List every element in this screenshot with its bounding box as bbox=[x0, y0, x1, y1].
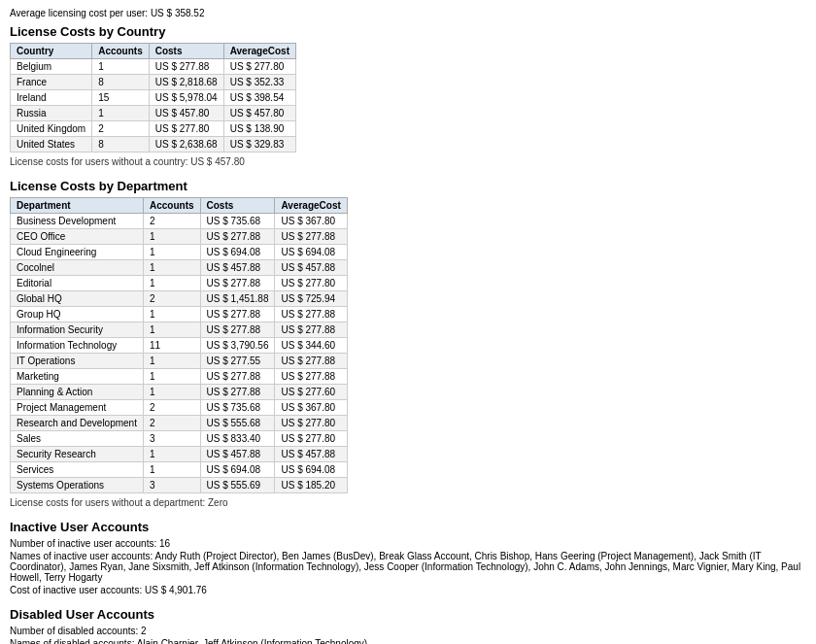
table-row: Ireland15US $ 5,978.04US $ 398.54 bbox=[11, 90, 296, 106]
table-cell: US $ 3,790.56 bbox=[200, 338, 275, 354]
dept-col-header: Department bbox=[11, 198, 144, 214]
table-cell: US $ 2,638.68 bbox=[149, 137, 223, 153]
table-cell: 2 bbox=[92, 121, 150, 137]
table-cell: US $ 277.88 bbox=[275, 322, 347, 338]
table-cell: US $ 735.68 bbox=[200, 400, 275, 416]
table-cell: Cocolnel bbox=[11, 260, 144, 276]
table-cell: Business Development bbox=[11, 214, 144, 229]
table-cell: US $ 694.08 bbox=[275, 462, 347, 478]
table-cell: 3 bbox=[143, 431, 200, 447]
table-row: Systems Operations3US $ 555.69US $ 185.2… bbox=[11, 478, 348, 493]
department-section-title: License Costs by Department bbox=[10, 179, 806, 193]
table-cell: US $ 398.54 bbox=[223, 90, 295, 106]
table-cell: Russia bbox=[11, 106, 92, 121]
table-cell: US $ 277.88 bbox=[275, 307, 347, 322]
table-cell: 2 bbox=[143, 400, 200, 416]
dept-col-header: AverageCost bbox=[275, 198, 347, 214]
table-cell: 1 bbox=[143, 462, 200, 478]
table-cell: 1 bbox=[143, 276, 200, 291]
table-cell: 8 bbox=[92, 137, 150, 153]
table-cell: 1 bbox=[143, 322, 200, 338]
table-row: Business Development2US $ 735.68US $ 367… bbox=[11, 214, 348, 229]
table-row: Security Research1US $ 457.88US $ 457.88 bbox=[11, 447, 348, 462]
table-row: Information Technology11US $ 3,790.56US … bbox=[11, 338, 348, 354]
table-row: Russia1US $ 457.80US $ 457.80 bbox=[11, 106, 296, 121]
table-cell: US $ 352.33 bbox=[223, 75, 295, 90]
table-cell: US $ 457.88 bbox=[200, 447, 275, 462]
country-note: License costs for users without a countr… bbox=[10, 156, 806, 167]
table-cell: US $ 277.80 bbox=[223, 59, 295, 75]
table-cell: US $ 277.60 bbox=[275, 385, 347, 400]
table-cell: US $ 277.55 bbox=[200, 354, 275, 369]
table-cell: 1 bbox=[143, 245, 200, 260]
table-cell: US $ 735.68 bbox=[200, 214, 275, 229]
table-cell: 1 bbox=[143, 447, 200, 462]
table-cell: US $ 277.80 bbox=[149, 121, 223, 137]
table-cell: US $ 694.08 bbox=[275, 245, 347, 260]
table-cell: 1 bbox=[143, 229, 200, 245]
table-cell: Systems Operations bbox=[11, 478, 144, 493]
inactive-title: Inactive User Accounts bbox=[10, 520, 806, 534]
table-row: Editorial1US $ 277.88US $ 277.80 bbox=[11, 276, 348, 291]
table-cell: US $ 277.88 bbox=[275, 229, 347, 245]
table-cell: Marketing bbox=[11, 369, 144, 385]
inactive-names: Names of inactive user accounts: Andy Ru… bbox=[10, 551, 806, 583]
table-cell: US $ 185.20 bbox=[275, 478, 347, 493]
table-cell: 15 bbox=[92, 90, 150, 106]
table-row: Global HQ2US $ 1,451.88US $ 725.94 bbox=[11, 291, 348, 307]
table-cell: US $ 277.88 bbox=[200, 229, 275, 245]
table-cell: France bbox=[11, 75, 92, 90]
table-cell: US $ 277.88 bbox=[200, 322, 275, 338]
table-cell: US $ 457.80 bbox=[223, 106, 295, 121]
table-cell: US $ 277.88 bbox=[149, 59, 223, 75]
dept-col-header: Accounts bbox=[143, 198, 200, 214]
table-cell: Sales bbox=[11, 431, 144, 447]
table-cell: IT Operations bbox=[11, 354, 144, 369]
table-cell: Group HQ bbox=[11, 307, 144, 322]
table-cell: 1 bbox=[143, 369, 200, 385]
country-col-header: Country bbox=[11, 44, 92, 59]
table-cell: CEO Office bbox=[11, 229, 144, 245]
table-cell: Global HQ bbox=[11, 291, 144, 307]
table-cell: United States bbox=[11, 137, 92, 153]
table-cell: Services bbox=[11, 462, 144, 478]
table-row: France8US $ 2,818.68US $ 352.33 bbox=[11, 75, 296, 90]
table-cell: US $ 367.80 bbox=[275, 214, 347, 229]
table-cell: US $ 277.80 bbox=[275, 276, 347, 291]
country-section-title: License Costs by Country bbox=[10, 24, 806, 39]
table-cell: 1 bbox=[143, 260, 200, 276]
table-cell: US $ 277.80 bbox=[275, 416, 347, 431]
country-col-header: Costs bbox=[149, 44, 223, 59]
table-cell: 8 bbox=[92, 75, 150, 90]
table-cell: Ireland bbox=[11, 90, 92, 106]
table-cell: US $ 694.08 bbox=[200, 245, 275, 260]
table-cell: Editorial bbox=[11, 276, 144, 291]
table-cell: US $ 329.83 bbox=[223, 137, 295, 153]
country-col-header: AverageCost bbox=[223, 44, 295, 59]
table-cell: 1 bbox=[92, 106, 150, 121]
table-cell: Project Management bbox=[11, 400, 144, 416]
table-cell: US $ 367.80 bbox=[275, 400, 347, 416]
table-cell: US $ 725.94 bbox=[275, 291, 347, 307]
table-cell: US $ 694.08 bbox=[200, 462, 275, 478]
disabled-section: Disabled User Accounts Number of disable… bbox=[10, 607, 806, 644]
table-cell: 11 bbox=[143, 338, 200, 354]
inactive-count: Number of inactive user accounts: 16 bbox=[10, 538, 806, 549]
inactive-cost: Cost of inactive user accounts: US $ 4,9… bbox=[10, 585, 806, 595]
table-row: Sales3US $ 833.40US $ 277.80 bbox=[11, 431, 348, 447]
table-cell: US $ 555.68 bbox=[200, 416, 275, 431]
table-cell: United Kingdom bbox=[11, 121, 92, 137]
table-row: United States8US $ 2,638.68US $ 329.83 bbox=[11, 137, 296, 153]
table-cell: US $ 457.80 bbox=[149, 106, 223, 121]
table-row: Project Management2US $ 735.68US $ 367.8… bbox=[11, 400, 348, 416]
dept-col-header: Costs bbox=[200, 198, 275, 214]
table-cell: 2 bbox=[143, 291, 200, 307]
department-note: License costs for users without a depart… bbox=[10, 497, 806, 508]
table-cell: Cloud Engineering bbox=[11, 245, 144, 260]
table-cell: US $ 277.88 bbox=[200, 307, 275, 322]
table-row: United Kingdom2US $ 277.80US $ 138.90 bbox=[11, 121, 296, 137]
table-cell: US $ 277.88 bbox=[200, 276, 275, 291]
inactive-section: Inactive User Accounts Number of inactiv… bbox=[10, 520, 806, 595]
table-cell: 1 bbox=[143, 385, 200, 400]
table-cell: US $ 277.88 bbox=[200, 369, 275, 385]
